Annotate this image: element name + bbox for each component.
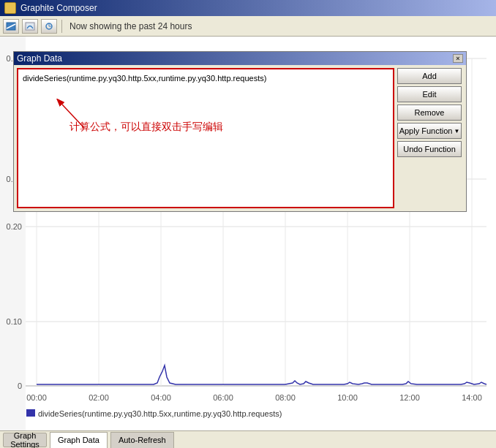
svg-text:12:00: 12:00 <box>399 393 420 402</box>
series-item[interactable]: divideSeries(runtime.py.yq30.http.5xx,ru… <box>21 72 390 84</box>
series-list-area: divideSeries(runtime.py.yq30.http.5xx,ru… <box>17 68 394 208</box>
toolbar-status-text: Now showing the past 24 hours <box>69 21 192 31</box>
svg-text:00:00: 00:00 <box>26 393 47 402</box>
app-title: Graphite Composer <box>20 3 97 13</box>
svg-text:10:00: 10:00 <box>337 393 358 402</box>
svg-rect-34 <box>26 409 35 417</box>
add-button[interactable]: Add <box>397 68 462 84</box>
bottom-bar: Graph Settings Graph Data Auto-Refresh <box>0 430 496 448</box>
dropdown-arrow-icon: ▼ <box>454 128 459 134</box>
edit-button[interactable]: Edit <box>397 86 462 102</box>
svg-text:06:00: 06:00 <box>213 393 233 402</box>
toolbar: Now showing the past 24 hours <box>0 16 496 37</box>
dialog-buttons: Add Edit Remove Apply Function ▼ Undo Fu… <box>397 68 463 208</box>
main-content: 0.60 0.30 0.20 0.10 0 00:00 02:00 04:00 … <box>0 37 496 430</box>
svg-text:14:00: 14:00 <box>462 393 482 402</box>
remove-button[interactable]: Remove <box>397 105 462 121</box>
title-bar: Graphite Composer <box>0 0 496 16</box>
svg-text:0.10: 0.10 <box>7 317 22 326</box>
apply-function-button[interactable]: Apply Function ▼ <box>397 123 462 139</box>
svg-text:04:00: 04:00 <box>151 393 171 402</box>
svg-text:0: 0 <box>18 381 22 390</box>
app-icon <box>4 2 16 14</box>
tab-graph-data[interactable]: Graph Data <box>50 432 108 448</box>
annotation-arrow <box>55 99 99 135</box>
toolbar-btn-2[interactable] <box>22 19 38 34</box>
toolbar-btn-1[interactable] <box>3 19 19 34</box>
svg-line-37 <box>62 105 84 128</box>
svg-text:08:00: 08:00 <box>275 393 296 402</box>
annotation-text: 计算公式，可以直接双击手写编辑 <box>69 121 223 134</box>
svg-text:0.20: 0.20 <box>7 222 22 231</box>
svg-text:divideSeries(runtime.py.yq30.h: divideSeries(runtime.py.yq30.http.5xx,ru… <box>38 409 282 418</box>
toolbar-btn-3[interactable] <box>41 19 57 34</box>
dialog-close-button[interactable]: × <box>453 54 463 63</box>
svg-text:02:00: 02:00 <box>89 393 109 402</box>
dialog-title-bar: Graph Data × <box>14 52 466 65</box>
graph-data-dialog: Graph Data × divideSeries(runtime.py.yq3… <box>13 51 467 212</box>
tab-auto-refresh[interactable]: Auto-Refresh <box>110 432 174 448</box>
dialog-body: divideSeries(runtime.py.yq30.http.5xx,ru… <box>14 65 466 211</box>
graph-settings-button[interactable]: Graph Settings <box>3 433 47 447</box>
undo-function-button[interactable]: Undo Function <box>397 141 462 157</box>
dialog-title: Graph Data <box>17 53 62 64</box>
toolbar-separator <box>61 20 62 33</box>
